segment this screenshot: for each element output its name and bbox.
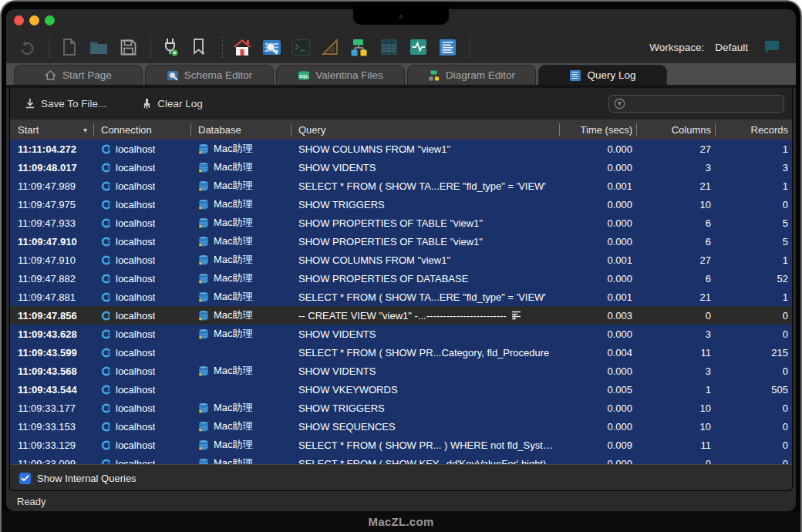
clear-log-button[interactable]: Clear Log — [135, 94, 210, 113]
records-cell: 0 — [715, 365, 792, 377]
table-row[interactable]: 11:09:47.933 localhost Mac助理 SHOW PROPER… — [10, 214, 792, 232]
main-toolbar: Workspace: Default — [6, 31, 796, 63]
connection-cell: localhost — [93, 347, 190, 359]
tab-valentina-files[interactable]: SQL Valentina Files — [276, 65, 405, 85]
search-input[interactable] — [630, 99, 779, 109]
connection-cell: localhost — [93, 180, 190, 192]
table-row[interactable]: 11:09:33.099 localhost Mac助理 SELECT * FR… — [10, 454, 792, 464]
column-header-connection[interactable]: Connection — [93, 120, 190, 140]
undo-icon[interactable] — [14, 35, 40, 59]
table-row[interactable]: 11:09:43.544 localhost SHOW VKEYWORDS 0.… — [10, 380, 792, 399]
query-cell: SELECT * FROM ( SHOW KEY...dd'KeyValueFo… — [291, 458, 559, 465]
save-to-file-button[interactable]: Save To File... — [18, 94, 113, 113]
start-time-cell: 11:09:48.017 — [10, 162, 93, 173]
table-header: Start ▾ Connection Database Query Time (… — [10, 120, 792, 140]
connection-cell: localhost — [93, 291, 190, 303]
records-cell: 1 — [715, 291, 792, 303]
database-icon — [198, 421, 209, 433]
connection-icon — [101, 292, 111, 302]
connection-cell: localhost — [93, 254, 190, 266]
query-log-icon[interactable] — [434, 35, 460, 59]
time-cell: 0.009 — [559, 439, 636, 451]
connection-icon — [101, 181, 111, 191]
connection-icon — [101, 422, 111, 432]
table-row[interactable]: 11:09:33.129 localhost Mac助理 SELECT * FR… — [10, 436, 792, 454]
column-header-database[interactable]: Database — [190, 120, 291, 140]
connection-cell: localhost — [93, 384, 190, 396]
connection-icon — [101, 459, 111, 465]
columns-cell: 1 — [636, 384, 715, 396]
time-cell: 0.005 — [559, 384, 636, 396]
connect-plug-icon[interactable] — [157, 35, 184, 59]
comment-bubble-icon[interactable] — [759, 35, 785, 59]
column-header-records[interactable]: Records — [715, 120, 792, 140]
database-cell: Mac助理 — [190, 271, 291, 285]
monitor-pulse-icon[interactable] — [405, 35, 431, 59]
connection-cell: localhost — [93, 143, 190, 155]
start-time-cell: 11:09:47.975 — [10, 199, 93, 210]
camera-icon — [399, 15, 403, 19]
table-row[interactable]: 11:09:47.910 localhost Mac助理 SHOW COLUMN… — [10, 251, 792, 269]
tab-start-page[interactable]: Start Page — [14, 65, 143, 85]
search-field[interactable] — [608, 95, 784, 113]
columns-cell: 6 — [636, 273, 715, 285]
bookmark-icon[interactable] — [187, 35, 213, 59]
table-row[interactable]: 11:09:47.975 localhost Mac助理 SHOW TRIGGE… — [10, 195, 792, 214]
show-internal-queries-option[interactable]: Show Internal Queries — [10, 464, 792, 491]
table-row[interactable]: 11:09:48.017 localhost Mac助理 SHOW VIDENT… — [10, 158, 792, 177]
database-icon — [198, 439, 209, 451]
terminal-icon[interactable] — [288, 35, 314, 59]
table-row[interactable]: 11:09:43.568 localhost Mac助理 SHOW VIDENT… — [10, 362, 792, 380]
table-row[interactable]: 11:11:04.272 localhost Mac助理 SHOW COLUMN… — [10, 140, 792, 158]
column-header-columns[interactable]: Columns — [636, 120, 715, 140]
start-time-cell: 11:09:47.910 — [10, 236, 93, 247]
ruler-icon[interactable] — [317, 35, 343, 59]
query-cell: SHOW VIDENTS — [291, 328, 559, 340]
table-row[interactable]: 11:09:47.910 localhost Mac助理 SHOW PROPER… — [10, 232, 792, 251]
table-row[interactable]: 11:09:47.881 localhost Mac助理 SELECT * FR… — [10, 288, 792, 306]
column-header-time[interactable]: Time (secs) — [559, 120, 636, 140]
watermark-band: MacZL.com — [2, 511, 800, 532]
schema-search-icon[interactable] — [258, 35, 285, 59]
connection-icon — [101, 348, 111, 358]
home-icon[interactable] — [229, 35, 255, 59]
table-row[interactable]: 11:09:33.177 localhost Mac助理 SHOW TRIGGE… — [10, 399, 792, 417]
tab-diagram-editor[interactable]: Diagram Editor — [407, 65, 536, 85]
table-row[interactable]: 11:09:43.628 localhost Mac助理 SHOW VIDENT… — [10, 325, 792, 343]
save-icon[interactable] — [115, 35, 141, 59]
table-grid-icon[interactable] — [376, 35, 402, 59]
database-cell: Mac助理 — [190, 216, 291, 230]
tab-schema-editor[interactable]: Schema Editor — [145, 65, 274, 85]
close-window-button[interactable] — [14, 15, 24, 25]
new-document-icon[interactable] — [56, 35, 83, 59]
table-row[interactable]: 11:09:43.599 localhost SELECT * FROM ( S… — [10, 343, 792, 362]
minimize-window-button[interactable] — [29, 15, 39, 25]
connection-cell: localhost — [93, 402, 190, 414]
workspace-value[interactable]: Default — [715, 42, 748, 53]
save-to-file-label: Save To File... — [41, 98, 106, 109]
column-header-query[interactable]: Query — [291, 120, 559, 140]
query-cell: SHOW COLUMNS FROM "view1" — [291, 254, 559, 266]
show-internal-queries-checkbox[interactable] — [19, 473, 31, 484]
database-icon — [198, 254, 209, 266]
diagram-icon[interactable] — [346, 35, 372, 59]
database-cell: Mac助理 — [190, 197, 291, 211]
columns-cell: 21 — [636, 291, 715, 303]
table-row[interactable]: 11:09:33.153 localhost Mac助理 SHOW SEQUEN… — [10, 417, 792, 436]
open-folder-icon[interactable] — [86, 35, 112, 59]
workspace-label: Workspace: — [649, 42, 704, 53]
zoom-window-button[interactable] — [45, 15, 55, 25]
column-header-start[interactable]: Start ▾ — [10, 120, 93, 140]
table-row[interactable]: 11:09:47.989 localhost Mac助理 SELECT * FR… — [10, 177, 792, 195]
database-cell: Mac助理 — [190, 308, 291, 322]
table-row[interactable]: 11:09:47.856 localhost Mac助理 -- CREATE V… — [10, 306, 792, 325]
log-toolbar: Save To File... Clear Log — [10, 88, 792, 120]
database-cell: Mac助理 — [190, 179, 291, 193]
tab-query-log[interactable]: Query Log — [538, 65, 667, 85]
table-row[interactable]: 11:09:47.882 localhost Mac助理 SHOW PROPER… — [10, 269, 792, 288]
records-cell: 0 — [715, 439, 792, 451]
schema-search-icon — [167, 69, 179, 82]
connection-cell: localhost — [93, 328, 190, 340]
records-cell: 1 — [715, 143, 792, 155]
columns-cell: 0 — [636, 310, 715, 322]
